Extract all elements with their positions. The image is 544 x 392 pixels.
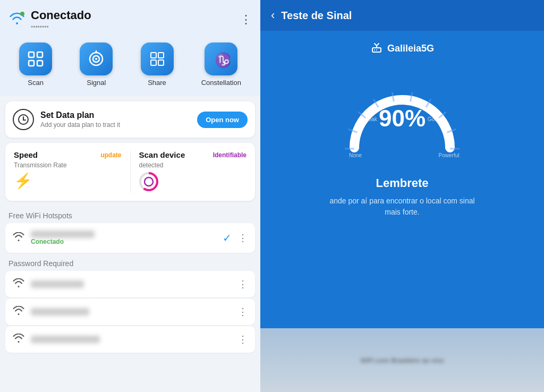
reminder-text: ande por aí para encontrar o local com s…	[322, 195, 482, 218]
speed-stat: Speed update Transmission Rate ⚡	[14, 150, 122, 193]
wifi-locked-1-name: blurred	[31, 280, 84, 288]
quick-actions: Scan Signal	[0, 37, 260, 96]
wifi-connected-text: blurred Conectado	[31, 231, 216, 245]
right-panel-title: Teste de Sinal	[281, 10, 352, 22]
svg-text:Good: Good	[428, 116, 440, 122]
svg-text:None: None	[349, 152, 362, 158]
svg-rect-4	[37, 61, 42, 66]
svg-line-25	[377, 44, 379, 46]
gauge-percent-label: 90%	[379, 105, 426, 132]
ad-text: WiFi.com Brasileiro ao vivo	[361, 356, 444, 364]
network-name-row: Galileia5G	[370, 41, 434, 55]
reminder-title: Lembrete	[376, 176, 428, 190]
svg-rect-3	[29, 61, 34, 66]
header-text: Conectado ••••••••	[31, 8, 91, 31]
right-content: Galileia5G	[260, 31, 544, 328]
svg-point-7	[95, 58, 97, 60]
wifi-connected-more[interactable]: ⋮	[238, 232, 248, 244]
speed-header: Speed update	[14, 150, 122, 159]
app-container: Conectado •••••••• ⋮ Scan	[0, 0, 544, 392]
wifi-connected-checkmark: ✓	[223, 232, 232, 244]
scan-device-title: Scan device	[139, 150, 185, 159]
router-icon	[370, 41, 383, 55]
wifi-icon-locked-2	[13, 306, 24, 318]
wifi-locked-item-1[interactable]: blurred ⋮	[5, 271, 255, 297]
wifi-connected-item[interactable]: blurred Conectado ✓ ⋮	[5, 223, 255, 253]
signal-icon-button[interactable]	[80, 42, 113, 75]
password-required-header: Password Required	[0, 254, 260, 271]
data-plan-subtitle: Add your data plan to tract it	[40, 121, 191, 129]
scan-device-sub: detected	[139, 161, 247, 169]
action-scan[interactable]: Scan	[19, 42, 52, 87]
wifi-locked-2-text: blurred	[31, 308, 232, 316]
network-sub: ••••••••	[31, 23, 91, 31]
signal-gauge: None Weak Peak Good Powerful 90%	[344, 68, 461, 164]
scan-icon-button[interactable]	[19, 42, 52, 75]
constellation-label: Constellation	[201, 79, 241, 87]
scan-device-header: Scan device Identifiable	[139, 150, 247, 159]
stats-divider	[130, 150, 131, 193]
svg-point-19	[144, 177, 153, 186]
svg-text:♑: ♑	[215, 52, 230, 68]
right-header: ‹ Teste de Sinal	[260, 0, 544, 31]
action-constellation[interactable]: ♑ Constellation	[201, 42, 241, 87]
svg-point-0	[20, 12, 24, 16]
wifi-icon-locked-1	[13, 278, 24, 290]
scan-label: Scan	[28, 79, 44, 87]
svg-rect-12	[158, 60, 164, 65]
wifi-icon-connected	[13, 232, 24, 244]
constellation-icon-button[interactable]: ♑	[205, 42, 237, 75]
svg-text:Weak: Weak	[363, 116, 377, 122]
ad-content: WiFi.com Brasileiro ao vivo	[260, 328, 544, 392]
data-plan-title: Set Data plan	[40, 110, 191, 120]
data-plan-text: Set Data plan Add your data plan to trac…	[40, 110, 191, 129]
svg-rect-10	[158, 53, 164, 58]
right-panel: ‹ Teste de Sinal Galileia5G	[260, 0, 544, 392]
free-wifi-header: Free WiFi Hotspots	[0, 206, 260, 223]
wifi-icon-locked-3	[13, 334, 24, 345]
wifi-locked-3-more[interactable]: ⋮	[238, 334, 248, 345]
wifi-locked-2-more[interactable]: ⋮	[238, 306, 248, 318]
action-signal[interactable]: Signal	[80, 42, 113, 87]
left-header: Conectado •••••••• ⋮	[0, 0, 260, 37]
signal-label: Signal	[87, 79, 106, 87]
open-now-button[interactable]: Open now	[197, 112, 248, 128]
speed-title: Speed	[14, 150, 38, 159]
speed-badge: update	[100, 151, 121, 159]
data-plan-icon	[13, 109, 34, 130]
scan-device-icon	[139, 172, 247, 193]
svg-text:Peak: Peak	[396, 99, 409, 105]
share-label: Share	[148, 79, 166, 87]
lightning-icon: ⚡	[14, 172, 122, 190]
network-name-label: Galileia5G	[387, 43, 434, 54]
share-icon-button[interactable]	[141, 42, 174, 75]
svg-rect-11	[151, 60, 156, 65]
action-share[interactable]: Share	[141, 42, 174, 87]
wifi-locked-item-2[interactable]: blurred ⋮	[5, 299, 255, 325]
header-left: Conectado ••••••••	[8, 8, 91, 31]
svg-text:Powerful: Powerful	[439, 152, 460, 158]
stats-row: Speed update Transmission Rate ⚡ Scan de…	[5, 143, 255, 201]
left-panel: Conectado •••••••• ⋮ Scan	[0, 0, 260, 392]
svg-rect-1	[29, 52, 34, 57]
wifi-connected-name: blurred	[31, 231, 95, 238]
back-button[interactable]: ‹	[271, 8, 275, 22]
wifi-connected-status: Conectado	[31, 238, 216, 245]
svg-rect-2	[37, 52, 42, 57]
speed-sub: Transmission Rate	[14, 161, 122, 169]
more-options-button[interactable]: ⋮	[240, 13, 252, 27]
bottom-ad-area: WiFi.com Brasileiro ao vivo	[260, 328, 544, 392]
wifi-locked-1-text: blurred	[31, 280, 232, 288]
connected-label: Conectado	[31, 8, 91, 22]
data-plan-banner: Set Data plan Add your data plan to trac…	[5, 101, 255, 138]
wifi-locked-3-name: blurred	[31, 336, 100, 343]
wifi-locked-item-3[interactable]: blurred ⋮	[5, 326, 255, 353]
scan-device-stat: Scan device Identifiable detected	[139, 150, 247, 193]
wifi-locked-1-more[interactable]: ⋮	[238, 278, 248, 290]
wifi-locked-3-text: blurred	[31, 336, 232, 343]
wifi-locked-2-name: blurred	[31, 308, 89, 316]
svg-rect-9	[151, 53, 156, 58]
wifi-status-icon	[8, 11, 26, 29]
scan-device-badge: Identifiable	[213, 151, 246, 159]
